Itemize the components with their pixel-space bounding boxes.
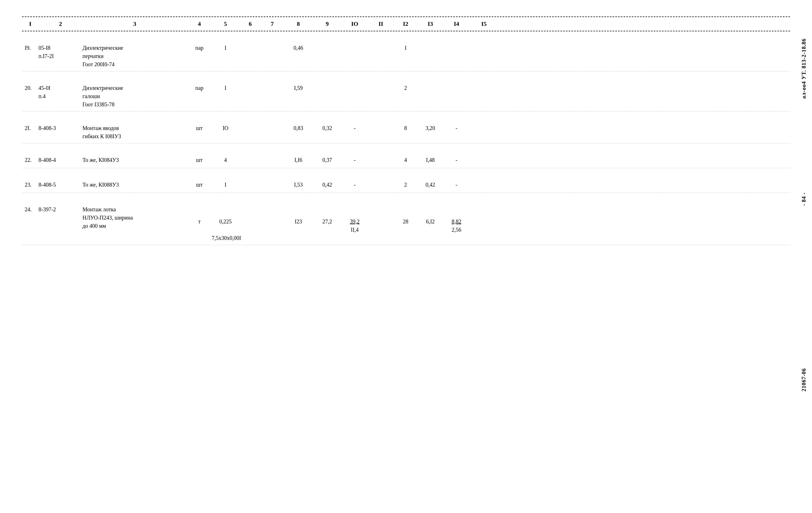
row-c12: 8	[393, 124, 418, 132]
row-c13: 3,20	[418, 124, 443, 132]
row-c8: I23	[283, 205, 314, 225]
table-row: 24. 8-397-2 Монтаж лотка НЛУО-П243, шири…	[22, 193, 790, 245]
row-unit: шт	[187, 124, 212, 132]
row-c8: I,I6	[283, 156, 314, 164]
row-qty: I	[212, 181, 239, 189]
page-container: I 2 3 4 5 6 7 8 9 IO II I2 I3 I4 I5 I9. …	[0, 0, 812, 513]
side-annotation-3: 21067-06	[801, 368, 807, 392]
header-col-10: IO	[341, 20, 369, 28]
row-desc: Диэлектрические галоши Гоот I3385-78	[83, 84, 187, 109]
row-num: 24.	[22, 205, 38, 213]
row-c13: 0,42	[418, 181, 443, 189]
header-col-7: 7	[261, 20, 283, 28]
row-code: 8-408-5	[38, 181, 83, 189]
row-unit: шт	[187, 181, 212, 189]
row-c9: 0,32	[314, 124, 341, 132]
row-qty: I	[212, 44, 239, 52]
row-unit: шт	[187, 156, 212, 164]
row-qty: I	[212, 84, 239, 92]
row-c10-extra: II,4	[341, 225, 369, 234]
row-c8: 0,46	[283, 44, 314, 52]
row-c14: 8,82 2,56	[443, 205, 470, 234]
row-desc: Монтаж лотка НЛУО-П243, ширина до 400 мм	[83, 205, 187, 230]
table-row: I9. 05-I8 п.I7-2I Диэлектрические перчат…	[22, 31, 790, 71]
row-c14: -	[443, 124, 470, 132]
row-qty: 4	[212, 156, 239, 164]
header-col-9: 9	[314, 20, 341, 28]
header-col-15: I5	[470, 20, 498, 28]
table-row: 22. 8-408-4 То же, КI084У3 шт 4 I,I6 0,3…	[22, 144, 790, 168]
row-desc: Монтаж вводов гибких К I08IУ3	[83, 124, 187, 141]
header-col-8: 8	[283, 20, 314, 28]
header-col-13: I3	[418, 20, 443, 28]
row-c9: 0,42	[314, 181, 341, 189]
row-code: 05-I8 п.I7-2I	[38, 44, 83, 60]
row-num: 23.	[22, 181, 38, 189]
header-col-3: 3	[83, 20, 187, 28]
row-extra-desc: 7,5х30х0,00I	[212, 234, 316, 242]
header-row: I 2 3 4 5 6 7 8 9 IO II I2 I3 I4 I5	[22, 17, 790, 31]
row-c14-main: 8,82	[443, 217, 470, 225]
row-c12: 2	[393, 181, 418, 189]
table-row: 23. 8-408-5 То же, КI088У3 шт I I,53 0,4…	[22, 168, 790, 193]
row-c13: 6,I2	[418, 205, 443, 225]
row-c12: I	[393, 44, 418, 52]
row-unit: пар	[187, 44, 212, 52]
side-annotation-1: ал-оо4 УТ. 813-2-18.86	[801, 38, 807, 99]
row-desc: То же, КI088У3	[83, 181, 187, 189]
row-c12: 4	[393, 156, 418, 164]
header-col-4: 4	[187, 20, 212, 28]
row-desc: Диэлектрические перчатки Гоот 200I0-74	[83, 44, 187, 68]
row-c10: -	[341, 156, 369, 164]
row-num: I9.	[22, 44, 38, 52]
row-c8: 0,83	[283, 124, 314, 132]
side-annotation-2: - 84 -	[801, 192, 807, 206]
row-num: 22.	[22, 156, 38, 164]
header-col-14: I4	[443, 20, 470, 28]
header-col-11: II	[369, 20, 393, 28]
row-c13: I,48	[418, 156, 443, 164]
row-code: 8-408-4	[38, 156, 83, 164]
row-c12: 2	[393, 84, 418, 92]
row-c10-main: 39,2	[341, 217, 369, 225]
row-c10: -	[341, 124, 369, 132]
row-c12: 28	[393, 205, 418, 225]
row-c8: I,59	[283, 84, 314, 92]
header-col-5: 5	[212, 20, 239, 28]
row-code: 8-397-2	[38, 205, 83, 213]
row-qty: IO	[212, 124, 239, 132]
row-c14-extra: 2,56	[443, 225, 470, 234]
table-row: 2I. 8-408-3 Монтаж вводов гибких К I08IУ…	[22, 112, 790, 144]
row-num: 20.	[22, 84, 38, 92]
header-col-1: I	[22, 20, 38, 28]
row-c9: 0,37	[314, 156, 341, 164]
header-col-6: 6	[239, 20, 261, 28]
row-c14: -	[443, 181, 470, 189]
table-row: 20. 45-0I п.4 Диэлектрические галоши Гоо…	[22, 71, 790, 112]
row-unit: пар	[187, 84, 212, 92]
row-qty: 0,225	[212, 205, 239, 225]
row-num: 2I.	[22, 124, 38, 132]
row-c10: -	[341, 181, 369, 189]
row-c8: I,53	[283, 181, 314, 189]
row-code: 45-0I п.4	[38, 84, 83, 100]
row-c9: 27,2	[314, 205, 341, 225]
row-c10: 39,2 II,4	[341, 205, 369, 234]
header-col-12: I2	[393, 20, 418, 28]
row-desc: То же, КI084У3	[83, 156, 187, 164]
row-c14: -	[443, 156, 470, 164]
header-col-2: 2	[38, 20, 83, 28]
row-code: 8-408-3	[38, 124, 83, 132]
row-unit: т	[187, 205, 212, 225]
